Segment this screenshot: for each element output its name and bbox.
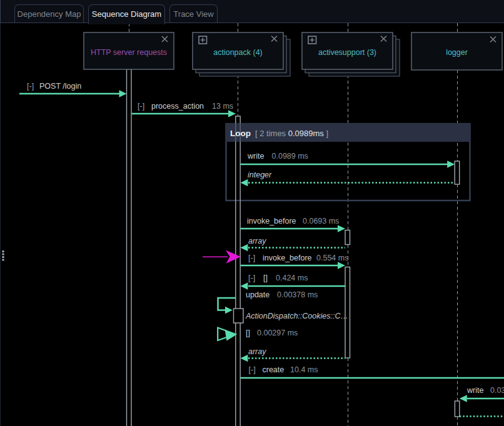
svg-text:[ 2 times 0.0989ms ]: [ 2 times 0.0989ms ] [255, 129, 328, 138]
svg-text:[]0.00297 ms: []0.00297 ms [246, 329, 298, 337]
svg-text:[-]process_action13 ms: [-]process_action13 ms [138, 102, 233, 111]
svg-text:invoke_before0.0693 ms: invoke_before0.0693 ms [247, 217, 339, 225]
svg-text:update0.00378 ms: update0.00378 ms [246, 290, 318, 299]
svg-text:[-]POST /login: [-]POST /login [27, 82, 81, 91]
svg-text:[-]create10.4 ms: [-]create10.4 ms [249, 365, 318, 374]
svg-text:Loop: Loop [230, 129, 251, 138]
svg-text:integer: integer [248, 171, 272, 179]
svg-text:array: array [248, 237, 266, 245]
svg-text:[-]invoke_before0.554 ms: [-]invoke_before0.554 ms [248, 254, 348, 262]
svg-text:ActionDispatch::Cookies::C…: ActionDispatch::Cookies::C… [245, 312, 348, 320]
svg-text:HTTP server requests: HTTP server requests [91, 48, 167, 57]
svg-text:[-][]0.424 ms: [-][]0.424 ms [248, 274, 308, 282]
svg-text:actionpack (4): actionpack (4) [213, 48, 263, 57]
svg-text:logger: logger [446, 48, 468, 57]
svg-text:write0.03: write0.03 [466, 386, 504, 395]
svg-text:array: array [248, 347, 266, 356]
svg-text:write0.0989 ms: write0.0989 ms [247, 152, 308, 161]
svg-text:activesupport (3): activesupport (3) [318, 48, 376, 57]
